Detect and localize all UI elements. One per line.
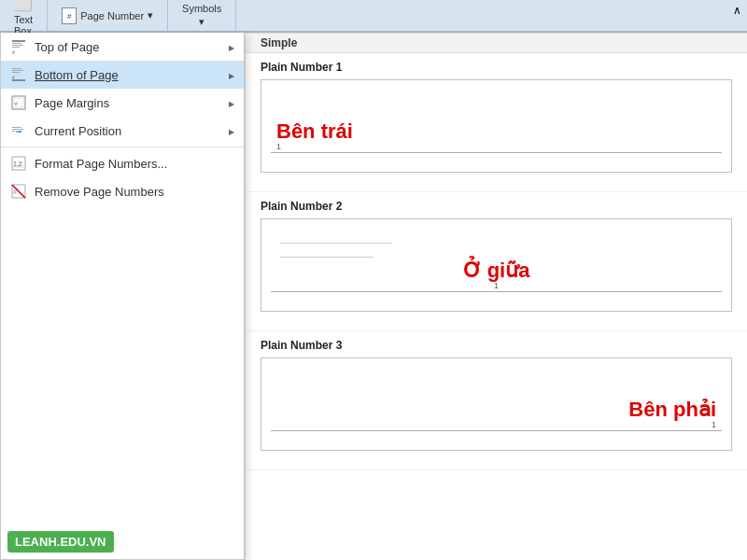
current-position-arrow-icon bbox=[229, 126, 234, 136]
watermark: LEANH.EDU.VN bbox=[7, 531, 114, 553]
close-arrow-icon: ∧ bbox=[733, 4, 741, 17]
plain-number-2-line-top bbox=[280, 243, 392, 244]
svg-rect-1 bbox=[12, 43, 21, 44]
menu-item-top-of-page[interactable]: # Top of Page bbox=[1, 33, 244, 61]
plain-number-1-preview: 1 Bên trái bbox=[261, 79, 732, 173]
svg-rect-6 bbox=[12, 70, 23, 71]
top-of-page-label: Top of Page bbox=[35, 40, 221, 54]
bottom-of-page-label: Bottom of Page bbox=[35, 68, 221, 82]
svg-text:1,2: 1,2 bbox=[13, 161, 22, 167]
menu-item-bottom-of-page[interactable]: # Bottom of Page bbox=[1, 61, 244, 89]
top-of-page-arrow-icon bbox=[229, 42, 234, 52]
symbols-button[interactable]: Symbols ▾ bbox=[176, 0, 228, 31]
ribbon-textbox-group: ⬜ TextBox bbox=[0, 0, 48, 31]
ribbon: ⬜ TextBox # Page Number ▾ Symbols ▾ ∧ bbox=[0, 0, 747, 33]
ribbon-symbols-group: Symbols ▾ bbox=[168, 0, 236, 31]
svg-rect-2 bbox=[12, 45, 23, 46]
format-page-numbers-label: Format Page Numbers... bbox=[35, 157, 234, 171]
close-panel-button[interactable]: ∧ bbox=[727, 0, 747, 21]
remove-icon: # bbox=[10, 183, 27, 200]
plain-number-3-line bbox=[271, 430, 722, 431]
svg-text:#: # bbox=[12, 49, 15, 54]
format-icon: 1,2 bbox=[10, 155, 27, 172]
svg-rect-3 bbox=[12, 47, 20, 48]
plain-number-3-item[interactable]: Plain Number 3 1 Bên phải bbox=[246, 331, 747, 470]
current-position-label: Current Position bbox=[35, 124, 221, 138]
plain-number-2-item[interactable]: Plain Number 2 1 Ở giữa bbox=[246, 192, 747, 331]
menu-item-format-page-numbers[interactable]: 1,2 Format Page Numbers... bbox=[1, 149, 244, 177]
menu-item-current-position[interactable]: # Current Position bbox=[1, 117, 244, 145]
content-area: # Top of Page # Bottom of Page # Page Ma… bbox=[0, 33, 747, 560]
plain-number-2-title: Plain Number 2 bbox=[261, 200, 732, 213]
page-number-button[interactable]: # Page Number ▾ bbox=[55, 5, 160, 27]
page-margins-arrow-icon bbox=[229, 98, 234, 108]
plain-number-3-label: Bên phải bbox=[628, 398, 716, 422]
menu-item-page-margins[interactable]: # Page Margins bbox=[1, 89, 244, 117]
submenu-header: Simple bbox=[246, 33, 747, 53]
bottom-of-page-arrow-icon bbox=[229, 70, 234, 80]
menu-item-remove-page-numbers[interactable]: # Remove Page Numbers bbox=[1, 177, 244, 205]
plain-number-1-title: Plain Number 1 bbox=[261, 61, 732, 74]
plain-number-2-preview: 1 Ở giữa bbox=[261, 218, 732, 312]
ribbon-pagenumber-group: # Page Number ▾ bbox=[48, 0, 168, 31]
remove-page-numbers-label: Remove Page Numbers bbox=[35, 185, 234, 199]
plain-number-2-label: Ở giữa bbox=[463, 259, 530, 283]
submenu-header-label: Simple bbox=[261, 36, 297, 49]
dropdown-arrow-icon: ▾ bbox=[148, 9, 153, 21]
page-bottom-icon: # bbox=[10, 66, 27, 83]
svg-text:#: # bbox=[15, 101, 18, 106]
plain-number-1-line bbox=[271, 152, 722, 153]
svg-rect-5 bbox=[12, 68, 21, 69]
submenu-content: Plain Number 1 1 Bên trái Plain Number 2… bbox=[246, 53, 747, 560]
svg-text:#: # bbox=[12, 75, 15, 80]
textbox-icon: ⬜ bbox=[14, 0, 33, 12]
page-number-icon: # bbox=[62, 7, 77, 24]
submenu-panel: Simple Plain Number 1 1 Bên trái Plain N… bbox=[245, 33, 747, 560]
symbols-label: Symbols bbox=[182, 3, 221, 14]
page-margins-label: Page Margins bbox=[35, 96, 221, 110]
plain-number-2-line-mid bbox=[280, 257, 374, 258]
svg-rect-7 bbox=[12, 72, 20, 73]
svg-rect-0 bbox=[12, 40, 25, 42]
page-margins-icon: # bbox=[10, 94, 27, 111]
menu-separator-1 bbox=[1, 147, 244, 147]
plain-number-3-title: Plain Number 3 bbox=[261, 339, 732, 352]
current-position-icon: # bbox=[10, 122, 27, 139]
svg-text:#: # bbox=[16, 128, 19, 133]
plain-number-1-label: Bên trái bbox=[276, 119, 353, 144]
page-top-icon: # bbox=[10, 38, 27, 55]
plain-number-3-preview: 1 Bên phải bbox=[261, 357, 732, 451]
page-number-dropdown: # Top of Page # Bottom of Page # Page Ma… bbox=[0, 33, 245, 560]
plain-number-2-line bbox=[271, 291, 722, 292]
plain-number-1-item[interactable]: Plain Number 1 1 Bên trái bbox=[246, 53, 747, 192]
symbols-dropdown-icon: ▾ bbox=[199, 16, 204, 28]
watermark-text: LEANH.EDU.VN bbox=[15, 535, 106, 549]
svg-rect-15 bbox=[12, 131, 15, 132]
page-number-button-label: Page Number bbox=[80, 10, 144, 21]
